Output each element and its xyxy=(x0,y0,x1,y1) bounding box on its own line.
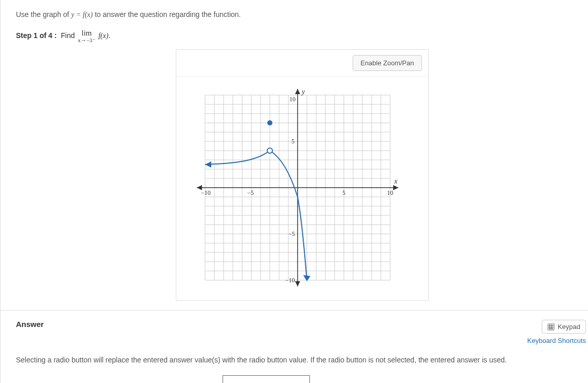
limit-notation: lim x→−3⁻ xyxy=(78,29,95,43)
tick-ypos5: 5 xyxy=(291,138,295,145)
lim-bottom: x→−3⁻ xyxy=(78,38,95,43)
tick-xneg10: −10 xyxy=(201,189,211,196)
keyboard-shortcuts-link[interactable]: Keyboard Shortcuts xyxy=(527,337,586,344)
tick-yneg5: −5 xyxy=(288,230,295,238)
lim-top: lim xyxy=(81,29,91,37)
chart-toolbar: Enable Zoom/Pan xyxy=(176,50,428,77)
question-intro: Use the graph of y = f(x) to answer the … xyxy=(16,10,588,19)
tick-xneg5: −5 xyxy=(247,189,254,196)
chart-body[interactable]: y x −10 −5 5 10 10 5 −5 −10 xyxy=(176,77,428,300)
chart-svg: y x −10 −5 5 10 10 5 −5 −10 xyxy=(185,85,411,290)
filled-point xyxy=(267,120,272,125)
answer-input[interactable] xyxy=(223,375,310,383)
svg-marker-42 xyxy=(295,89,300,94)
question-container: Use the graph of y = f(x) to answer the … xyxy=(0,0,588,383)
curve-left xyxy=(205,151,270,165)
tick-yneg10: −10 xyxy=(285,277,295,284)
intro-equation: y = f(x) xyxy=(71,11,93,19)
open-point xyxy=(267,148,272,153)
curve-left-arrow xyxy=(205,161,211,168)
answer-helper-text: Selecting a radio button will replace th… xyxy=(16,356,588,364)
svg-rect-49 xyxy=(550,326,552,328)
enable-zoom-button[interactable]: Enable Zoom/Pan xyxy=(353,55,421,71)
period: . xyxy=(108,31,111,40)
step-label: Step 1 of 4 : xyxy=(16,31,57,40)
tick-xpos10: 10 xyxy=(387,189,393,196)
chart-panel: Enable Zoom/Pan xyxy=(176,49,429,301)
keypad-label: Keypad xyxy=(558,323,580,331)
divider xyxy=(1,310,588,311)
svg-marker-43 xyxy=(295,281,300,286)
tick-xpos5: 5 xyxy=(342,189,345,196)
intro-suffix: to answer the question regarding the fun… xyxy=(95,10,241,19)
y-axis-label: y xyxy=(301,88,305,96)
svg-rect-46 xyxy=(550,324,552,326)
answer-header-row: Answer Keypad Keyboard Shortcuts xyxy=(16,320,588,344)
x-axis-label: x xyxy=(394,177,398,185)
svg-rect-51 xyxy=(549,328,554,329)
intro-prefix: Use the graph of xyxy=(16,10,71,19)
svg-rect-48 xyxy=(549,326,550,328)
step-line: Step 1 of 4 : Find lim x→−3⁻ f(x). xyxy=(16,29,588,43)
keypad-icon xyxy=(547,323,555,331)
keypad-button[interactable]: Keypad xyxy=(542,320,586,334)
step-find: Find xyxy=(61,31,75,40)
svg-rect-47 xyxy=(553,324,554,326)
svg-marker-40 xyxy=(393,185,398,190)
fx: f(x) xyxy=(98,32,108,40)
answer-controls: Does Not Exist xyxy=(16,375,588,383)
svg-rect-50 xyxy=(553,326,554,328)
answer-tools: Keypad Keyboard Shortcuts xyxy=(527,320,586,344)
svg-rect-45 xyxy=(549,324,550,326)
answer-heading: Answer xyxy=(16,320,44,329)
tick-ypos10: 10 xyxy=(289,96,296,103)
